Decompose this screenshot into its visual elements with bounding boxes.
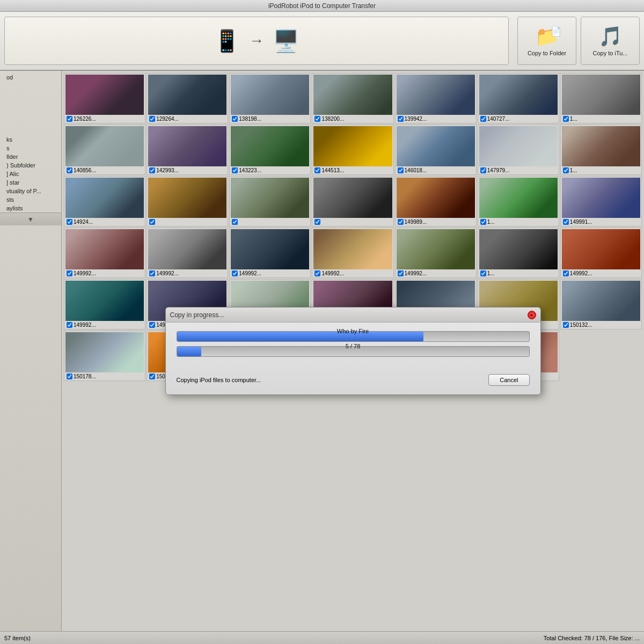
toolbar: 📱 → 🖥️ 📁 📄 Copy to Folder 🎵 Copy to iTu.…: [0, 12, 644, 71]
ipod-icon: 📱: [214, 28, 240, 54]
copy-to-itunes-button[interactable]: 🎵 Copy to iTu...: [581, 17, 640, 65]
content-area: 126226...129264...138198...138200...1399…: [62, 71, 644, 631]
sidebar-top-item[interactable]: od: [0, 73, 61, 82]
sidebar-item-ks[interactable]: ks: [0, 135, 61, 144]
total-checked: Total Checked: 78 / 176, File Size: ...: [544, 635, 640, 641]
body-area: od ks s Ilder ) Subfolder ] Alic ] star …: [0, 71, 644, 631]
modal-footer: Copying iPod files to computer... Cancel: [166, 370, 540, 394]
sidebar-item-star[interactable]: ] star: [0, 178, 61, 187]
copy-status-text: Copying iPod files to computer...: [177, 377, 261, 383]
app-title: iPodRobot iPod to Computer Transfer: [268, 2, 376, 10]
total-progress-wrap: 5 / 78: [177, 346, 530, 357]
copy-to-folder-label: Copy to Folder: [528, 50, 566, 56]
modal-close-button[interactable]: ●: [528, 311, 536, 319]
sidebar-item-s[interactable]: s: [0, 144, 61, 152]
copy-progress-dialog: Copy in progress... ● Who by Fire: [165, 307, 541, 395]
title-bar: iPodRobot iPod to Computer Transfer: [0, 0, 644, 12]
sidebar-item-virtuality[interactable]: vtuality of P...: [0, 187, 61, 195]
sidebar-item-sts[interactable]: sts: [0, 195, 61, 204]
modal-body: Who by Fire 5 / 78: [166, 323, 540, 370]
sidebar-item-subfolder[interactable]: ) Subfolder: [0, 161, 61, 170]
main-window: 📱 → 🖥️ 📁 📄 Copy to Folder 🎵 Copy to iTu.…: [0, 12, 644, 644]
sidebar-item-aylists[interactable]: aylists: [0, 204, 61, 213]
transfer-graphic: 📱 → 🖥️: [4, 17, 509, 65]
copy-to-folder-icon: 📁 📄: [535, 25, 559, 48]
modal-title: Copy in progress...: [170, 311, 224, 319]
total-progress-fill: [177, 347, 202, 356]
monitor-icon: 🖥️: [273, 28, 299, 54]
sidebar: od ks s Ilder ) Subfolder ] Alic ] star …: [0, 71, 62, 631]
sidebar-item-alic[interactable]: ] Alic: [0, 170, 61, 178]
copy-to-itunes-label: Copy to iTu...: [592, 50, 627, 56]
total-progress-bar: [177, 346, 530, 357]
file-progress-bar: [177, 331, 530, 342]
cancel-button[interactable]: Cancel: [488, 374, 529, 386]
modal-titlebar: Copy in progress... ●: [166, 308, 540, 323]
scroll-down-arrow[interactable]: ▼: [0, 213, 61, 225]
file-progress-fill: [177, 332, 423, 341]
copy-to-folder-button[interactable]: 📁 📄 Copy to Folder: [517, 17, 576, 65]
sidebar-item-ilder[interactable]: Ilder: [0, 152, 61, 161]
transfer-arrow-icon: →: [249, 32, 264, 49]
file-progress-wrap: Who by Fire: [177, 331, 530, 342]
modal-overlay: Copy in progress... ● Who by Fire: [62, 71, 644, 631]
status-bar: 57 item(s) Total Checked: 78 / 176, File…: [0, 631, 644, 644]
copy-to-itunes-icon: 🎵: [598, 25, 623, 48]
item-count: 57 item(s): [4, 635, 31, 641]
